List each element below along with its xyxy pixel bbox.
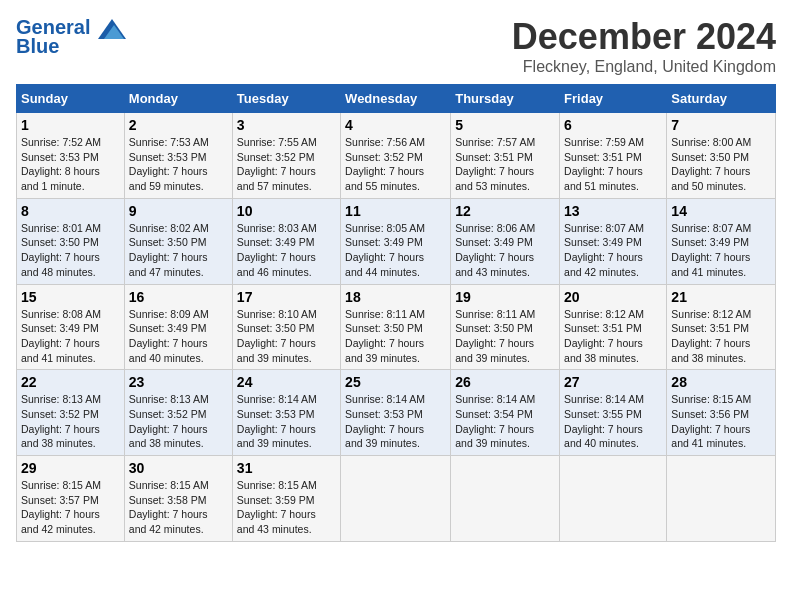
day-detail: Sunrise: 8:09 AM Sunset: 3:49 PM Dayligh… bbox=[129, 307, 228, 366]
page-header: General Blue December 2024 Fleckney, Eng… bbox=[16, 16, 776, 76]
calendar-cell: 20Sunrise: 8:12 AM Sunset: 3:51 PM Dayli… bbox=[560, 284, 667, 370]
calendar-cell: 15Sunrise: 8:08 AM Sunset: 3:49 PM Dayli… bbox=[17, 284, 125, 370]
day-number: 29 bbox=[21, 460, 120, 476]
calendar-cell: 28Sunrise: 8:15 AM Sunset: 3:56 PM Dayli… bbox=[667, 370, 776, 456]
calendar-cell bbox=[667, 456, 776, 542]
day-number: 6 bbox=[564, 117, 662, 133]
day-detail: Sunrise: 8:06 AM Sunset: 3:49 PM Dayligh… bbox=[455, 221, 555, 280]
day-number: 11 bbox=[345, 203, 446, 219]
day-detail: Sunrise: 8:14 AM Sunset: 3:53 PM Dayligh… bbox=[237, 392, 336, 451]
weekday-header: Thursday bbox=[451, 85, 560, 113]
calendar-cell: 18Sunrise: 8:11 AM Sunset: 3:50 PM Dayli… bbox=[341, 284, 451, 370]
day-detail: Sunrise: 7:52 AM Sunset: 3:53 PM Dayligh… bbox=[21, 135, 120, 194]
calendar-cell bbox=[341, 456, 451, 542]
calendar-cell: 26Sunrise: 8:14 AM Sunset: 3:54 PM Dayli… bbox=[451, 370, 560, 456]
title-area: December 2024 Fleckney, England, United … bbox=[512, 16, 776, 76]
day-detail: Sunrise: 8:13 AM Sunset: 3:52 PM Dayligh… bbox=[21, 392, 120, 451]
calendar-cell: 8Sunrise: 8:01 AM Sunset: 3:50 PM Daylig… bbox=[17, 198, 125, 284]
day-number: 31 bbox=[237, 460, 336, 476]
calendar-cell: 9Sunrise: 8:02 AM Sunset: 3:50 PM Daylig… bbox=[124, 198, 232, 284]
day-number: 14 bbox=[671, 203, 771, 219]
day-number: 12 bbox=[455, 203, 555, 219]
day-number: 4 bbox=[345, 117, 446, 133]
day-detail: Sunrise: 8:02 AM Sunset: 3:50 PM Dayligh… bbox=[129, 221, 228, 280]
day-number: 2 bbox=[129, 117, 228, 133]
calendar-cell: 27Sunrise: 8:14 AM Sunset: 3:55 PM Dayli… bbox=[560, 370, 667, 456]
weekday-header: Tuesday bbox=[232, 85, 340, 113]
calendar-cell: 10Sunrise: 8:03 AM Sunset: 3:49 PM Dayli… bbox=[232, 198, 340, 284]
logo-blue: Blue bbox=[16, 35, 59, 58]
calendar-cell bbox=[560, 456, 667, 542]
weekday-header: Sunday bbox=[17, 85, 125, 113]
logo-icon bbox=[98, 19, 126, 39]
calendar-cell: 30Sunrise: 8:15 AM Sunset: 3:58 PM Dayli… bbox=[124, 456, 232, 542]
day-number: 18 bbox=[345, 289, 446, 305]
calendar-week-row: 1Sunrise: 7:52 AM Sunset: 3:53 PM Daylig… bbox=[17, 113, 776, 199]
day-detail: Sunrise: 7:55 AM Sunset: 3:52 PM Dayligh… bbox=[237, 135, 336, 194]
day-number: 24 bbox=[237, 374, 336, 390]
day-detail: Sunrise: 8:11 AM Sunset: 3:50 PM Dayligh… bbox=[455, 307, 555, 366]
day-number: 17 bbox=[237, 289, 336, 305]
day-detail: Sunrise: 8:15 AM Sunset: 3:56 PM Dayligh… bbox=[671, 392, 771, 451]
day-number: 25 bbox=[345, 374, 446, 390]
logo: General Blue bbox=[16, 16, 126, 58]
calendar-cell: 5Sunrise: 7:57 AM Sunset: 3:51 PM Daylig… bbox=[451, 113, 560, 199]
calendar-cell: 21Sunrise: 8:12 AM Sunset: 3:51 PM Dayli… bbox=[667, 284, 776, 370]
day-number: 13 bbox=[564, 203, 662, 219]
calendar-cell: 23Sunrise: 8:13 AM Sunset: 3:52 PM Dayli… bbox=[124, 370, 232, 456]
calendar-week-row: 15Sunrise: 8:08 AM Sunset: 3:49 PM Dayli… bbox=[17, 284, 776, 370]
weekday-header: Friday bbox=[560, 85, 667, 113]
calendar-body: 1Sunrise: 7:52 AM Sunset: 3:53 PM Daylig… bbox=[17, 113, 776, 542]
calendar-cell: 17Sunrise: 8:10 AM Sunset: 3:50 PM Dayli… bbox=[232, 284, 340, 370]
day-number: 15 bbox=[21, 289, 120, 305]
day-detail: Sunrise: 8:14 AM Sunset: 3:54 PM Dayligh… bbox=[455, 392, 555, 451]
calendar-cell: 4Sunrise: 7:56 AM Sunset: 3:52 PM Daylig… bbox=[341, 113, 451, 199]
day-detail: Sunrise: 8:08 AM Sunset: 3:49 PM Dayligh… bbox=[21, 307, 120, 366]
day-detail: Sunrise: 8:13 AM Sunset: 3:52 PM Dayligh… bbox=[129, 392, 228, 451]
day-detail: Sunrise: 8:01 AM Sunset: 3:50 PM Dayligh… bbox=[21, 221, 120, 280]
calendar-cell: 13Sunrise: 8:07 AM Sunset: 3:49 PM Dayli… bbox=[560, 198, 667, 284]
day-number: 27 bbox=[564, 374, 662, 390]
calendar-cell: 1Sunrise: 7:52 AM Sunset: 3:53 PM Daylig… bbox=[17, 113, 125, 199]
day-detail: Sunrise: 8:07 AM Sunset: 3:49 PM Dayligh… bbox=[564, 221, 662, 280]
day-detail: Sunrise: 8:07 AM Sunset: 3:49 PM Dayligh… bbox=[671, 221, 771, 280]
day-detail: Sunrise: 8:11 AM Sunset: 3:50 PM Dayligh… bbox=[345, 307, 446, 366]
month-title: December 2024 bbox=[512, 16, 776, 58]
day-number: 26 bbox=[455, 374, 555, 390]
day-number: 5 bbox=[455, 117, 555, 133]
day-detail: Sunrise: 8:12 AM Sunset: 3:51 PM Dayligh… bbox=[671, 307, 771, 366]
day-number: 7 bbox=[671, 117, 771, 133]
calendar-cell: 6Sunrise: 7:59 AM Sunset: 3:51 PM Daylig… bbox=[560, 113, 667, 199]
calendar-cell: 14Sunrise: 8:07 AM Sunset: 3:49 PM Dayli… bbox=[667, 198, 776, 284]
day-number: 3 bbox=[237, 117, 336, 133]
day-detail: Sunrise: 8:05 AM Sunset: 3:49 PM Dayligh… bbox=[345, 221, 446, 280]
day-detail: Sunrise: 8:15 AM Sunset: 3:59 PM Dayligh… bbox=[237, 478, 336, 537]
day-detail: Sunrise: 8:00 AM Sunset: 3:50 PM Dayligh… bbox=[671, 135, 771, 194]
day-detail: Sunrise: 7:59 AM Sunset: 3:51 PM Dayligh… bbox=[564, 135, 662, 194]
day-number: 22 bbox=[21, 374, 120, 390]
calendar-cell: 7Sunrise: 8:00 AM Sunset: 3:50 PM Daylig… bbox=[667, 113, 776, 199]
day-number: 21 bbox=[671, 289, 771, 305]
calendar-week-row: 22Sunrise: 8:13 AM Sunset: 3:52 PM Dayli… bbox=[17, 370, 776, 456]
day-detail: Sunrise: 7:56 AM Sunset: 3:52 PM Dayligh… bbox=[345, 135, 446, 194]
calendar-cell: 16Sunrise: 8:09 AM Sunset: 3:49 PM Dayli… bbox=[124, 284, 232, 370]
calendar-week-row: 8Sunrise: 8:01 AM Sunset: 3:50 PM Daylig… bbox=[17, 198, 776, 284]
calendar-cell: 11Sunrise: 8:05 AM Sunset: 3:49 PM Dayli… bbox=[341, 198, 451, 284]
day-number: 28 bbox=[671, 374, 771, 390]
calendar-header-row: SundayMondayTuesdayWednesdayThursdayFrid… bbox=[17, 85, 776, 113]
day-number: 20 bbox=[564, 289, 662, 305]
day-detail: Sunrise: 8:14 AM Sunset: 3:53 PM Dayligh… bbox=[345, 392, 446, 451]
day-detail: Sunrise: 8:14 AM Sunset: 3:55 PM Dayligh… bbox=[564, 392, 662, 451]
day-number: 16 bbox=[129, 289, 228, 305]
day-detail: Sunrise: 8:12 AM Sunset: 3:51 PM Dayligh… bbox=[564, 307, 662, 366]
day-number: 10 bbox=[237, 203, 336, 219]
day-detail: Sunrise: 8:15 AM Sunset: 3:58 PM Dayligh… bbox=[129, 478, 228, 537]
calendar-table: SundayMondayTuesdayWednesdayThursdayFrid… bbox=[16, 84, 776, 542]
calendar-cell: 25Sunrise: 8:14 AM Sunset: 3:53 PM Dayli… bbox=[341, 370, 451, 456]
weekday-header: Monday bbox=[124, 85, 232, 113]
day-detail: Sunrise: 7:57 AM Sunset: 3:51 PM Dayligh… bbox=[455, 135, 555, 194]
day-number: 30 bbox=[129, 460, 228, 476]
day-number: 23 bbox=[129, 374, 228, 390]
calendar-week-row: 29Sunrise: 8:15 AM Sunset: 3:57 PM Dayli… bbox=[17, 456, 776, 542]
calendar-cell: 2Sunrise: 7:53 AM Sunset: 3:53 PM Daylig… bbox=[124, 113, 232, 199]
